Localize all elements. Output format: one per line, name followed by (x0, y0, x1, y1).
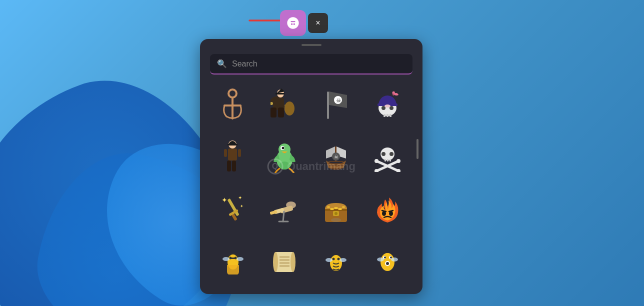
svg-text:✦: ✦ (222, 196, 228, 204)
svg-point-2 (228, 90, 236, 98)
sticker-parrot[interactable] (262, 134, 306, 180)
svg-point-13 (270, 102, 273, 105)
sticker-anchor[interactable] (210, 82, 255, 128)
svg-point-35 (278, 144, 290, 156)
svg-point-47 (390, 152, 394, 156)
sticker-treasure-chest[interactable] (314, 186, 358, 232)
search-bar: 🔍 (210, 54, 412, 74)
svg-rect-50 (390, 159, 391, 162)
svg-point-89 (273, 252, 278, 272)
emoji-picker-button[interactable] (280, 10, 306, 36)
svg-rect-32 (238, 149, 241, 157)
svg-point-72 (334, 212, 338, 215)
svg-point-98 (338, 258, 340, 260)
sticker-skull-crossbones[interactable] (365, 134, 410, 180)
svg-rect-15 (327, 92, 329, 119)
svg-text:☠: ☠ (334, 154, 338, 160)
search-input[interactable] (232, 60, 406, 68)
svg-point-100 (340, 258, 346, 262)
svg-point-54 (396, 159, 400, 163)
svg-point-86 (222, 257, 230, 261)
svg-point-53 (374, 159, 378, 163)
svg-rect-33 (228, 144, 238, 146)
sticker-picker-panel: 🔍 (200, 39, 422, 294)
svg-rect-8 (278, 108, 284, 118)
svg-text:☠: ☠ (336, 97, 342, 104)
scroll-indicator (416, 139, 418, 159)
svg-rect-30 (232, 160, 236, 172)
picker-top-bar: × (280, 10, 328, 36)
svg-point-76 (334, 207, 338, 209)
svg-point-74 (330, 208, 334, 210)
sticker-pirate-figure[interactable] (210, 134, 255, 180)
svg-point-85 (234, 256, 236, 259)
sticker-bee-2[interactable] (314, 238, 358, 283)
svg-point-26 (392, 94, 394, 96)
sticker-skull-hat[interactable] (365, 82, 410, 128)
svg-rect-49 (387, 159, 388, 162)
svg-rect-21 (384, 114, 386, 117)
svg-point-84 (229, 256, 232, 259)
svg-rect-7 (270, 108, 276, 118)
sticker-pirate-ship[interactable]: ☠ (314, 134, 358, 180)
svg-point-25 (384, 104, 390, 108)
svg-rect-28 (228, 148, 237, 160)
sticker-surprised-face[interactable] (365, 238, 410, 283)
svg-point-110 (391, 258, 398, 262)
sticker-fire-face[interactable] (365, 186, 410, 232)
sticker-scroll-map[interactable] (262, 238, 306, 283)
svg-rect-14 (276, 93, 284, 94)
svg-rect-29 (227, 160, 231, 172)
svg-point-38 (280, 162, 290, 170)
svg-point-9 (284, 102, 294, 116)
svg-point-77 (327, 206, 330, 208)
svg-rect-70 (325, 209, 347, 211)
svg-point-87 (236, 257, 244, 261)
close-icon: × (316, 18, 320, 28)
svg-point-37 (282, 147, 284, 150)
svg-rect-48 (384, 159, 386, 162)
sticker-sword-sparkle[interactable]: ✦ ✦ ✦ (210, 186, 255, 232)
search-icon: 🔍 (217, 59, 227, 68)
sticker-telescope[interactable] (262, 186, 306, 232)
svg-point-75 (338, 208, 342, 210)
svg-rect-66 (270, 210, 278, 214)
sticker-pirate-flag[interactable]: ☠ (314, 82, 358, 128)
svg-rect-23 (390, 114, 392, 117)
svg-text:✦: ✦ (240, 204, 244, 208)
svg-point-78 (342, 206, 345, 208)
svg-point-106 (390, 256, 392, 258)
svg-point-104 (384, 256, 386, 258)
svg-rect-31 (224, 149, 227, 157)
svg-point-97 (332, 258, 335, 260)
svg-point-108 (386, 262, 389, 265)
svg-point-73 (331, 218, 341, 222)
sticker-pirate-barrel[interactable] (262, 82, 306, 128)
svg-text:✦: ✦ (238, 195, 242, 200)
svg-point-90 (290, 252, 296, 272)
close-picker-button[interactable]: × (308, 13, 328, 33)
svg-point-99 (326, 258, 332, 262)
svg-rect-88 (276, 252, 293, 272)
sticker-grid: ☠ (200, 74, 422, 294)
svg-point-109 (377, 258, 384, 262)
svg-rect-22 (386, 114, 388, 117)
sticker-bee-shield[interactable] (210, 238, 255, 283)
svg-point-46 (382, 152, 386, 156)
svg-line-67 (283, 212, 284, 222)
drag-handle[interactable] (302, 44, 322, 46)
